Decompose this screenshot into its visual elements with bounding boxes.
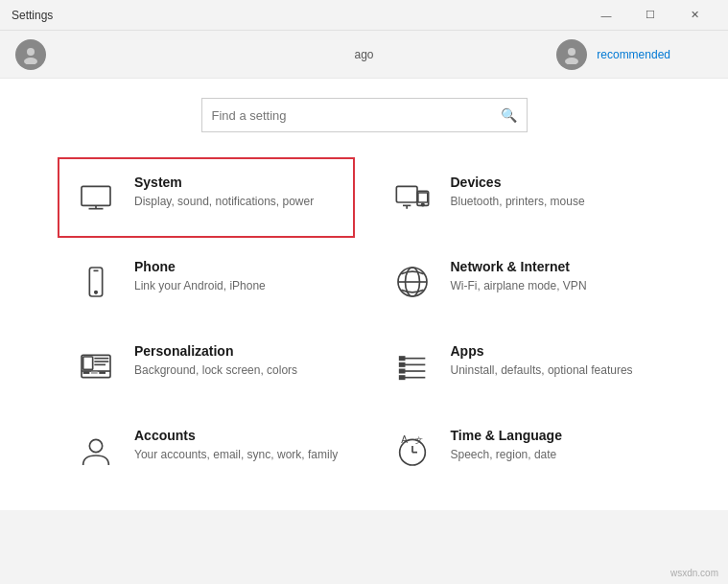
- devices-text: Devices Bluetooth, printers, mouse: [451, 175, 656, 210]
- minimize-button[interactable]: —: [584, 0, 628, 31]
- svg-point-36: [89, 439, 102, 452]
- phone-text: Phone Link your Android, iPhone: [134, 259, 340, 294]
- svg-rect-21: [83, 357, 93, 369]
- watermark: wsxdn.com: [670, 568, 718, 578]
- apps-label: Apps: [451, 343, 656, 359]
- system-icon: [73, 175, 119, 221]
- devices-desc: Bluetooth, printers, mouse: [451, 194, 656, 210]
- network-icon: [389, 259, 435, 305]
- recommended-text: recommended: [597, 48, 670, 61]
- svg-point-15: [95, 292, 98, 294]
- topbar: ago recommended: [0, 31, 728, 79]
- accounts-text: Accounts Your accounts, email, sync, wor…: [134, 428, 340, 463]
- time-text: Time & Language Speech, region, date: [451, 428, 656, 463]
- svg-rect-33: [399, 363, 404, 366]
- settings-item-system[interactable]: System Display, sound, notifications, po…: [58, 157, 355, 238]
- titlebar: Settings — ☐ ✕: [0, 0, 728, 31]
- svg-rect-35: [399, 376, 404, 379]
- devices-icon: [389, 175, 435, 221]
- topbar-time: ago: [354, 48, 373, 61]
- time-label: Time & Language: [451, 428, 656, 443]
- settings-item-devices[interactable]: Devices Bluetooth, printers, mouse: [374, 157, 671, 238]
- svg-point-0: [27, 48, 35, 56]
- settings-item-phone[interactable]: Phone Link your Android, iPhone: [58, 242, 355, 322]
- maximize-button[interactable]: ☐: [628, 0, 672, 31]
- avatar-right[interactable]: [556, 39, 587, 70]
- system-desc: Display, sound, notifications, power: [134, 194, 340, 210]
- avatar-left[interactable]: [15, 39, 46, 70]
- time-icon: A 文: [389, 428, 435, 474]
- svg-rect-11: [417, 193, 427, 202]
- apps-text: Apps Uninstall, defaults, optional featu…: [451, 343, 656, 379]
- phone-desc: Link your Android, iPhone: [134, 278, 340, 294]
- search-input[interactable]: [212, 108, 501, 123]
- search-icon: 🔍: [501, 107, 517, 123]
- titlebar-left: Settings: [12, 9, 53, 22]
- settings-item-apps[interactable]: Apps Uninstall, defaults, optional featu…: [374, 326, 671, 407]
- phone-label: Phone: [134, 259, 340, 274]
- titlebar-controls: — ☐ ✕: [584, 0, 716, 31]
- system-label: System: [134, 175, 340, 190]
- svg-text:A: A: [401, 434, 408, 445]
- personalization-text: Personalization Background, lock screen,…: [134, 343, 340, 379]
- time-desc: Speech, region, date: [451, 447, 656, 463]
- settings-item-personalization[interactable]: Personalization Background, lock screen,…: [58, 326, 355, 407]
- topbar-right: recommended: [556, 39, 670, 70]
- svg-point-3: [565, 58, 578, 64]
- accounts-desc: Your accounts, email, sync, work, family: [134, 447, 340, 463]
- personalization-label: Personalization: [134, 343, 340, 359]
- network-text: Network & Internet Wi-Fi, airplane mode,…: [451, 259, 656, 294]
- devices-label: Devices: [451, 175, 656, 190]
- svg-text:文: 文: [415, 435, 423, 445]
- system-text: System Display, sound, notifications, po…: [134, 175, 340, 210]
- settings-item-network[interactable]: Network & Internet Wi-Fi, airplane mode,…: [374, 242, 671, 322]
- svg-point-2: [568, 48, 575, 56]
- apps-icon: [389, 343, 435, 389]
- svg-point-12: [421, 203, 424, 206]
- settings-item-time[interactable]: A 文 Time & Language Speech, region, date: [374, 410, 671, 491]
- network-label: Network & Internet: [451, 259, 656, 274]
- personalization-desc: Background, lock screen, colors: [134, 362, 340, 379]
- phone-icon: [73, 259, 119, 305]
- settings-item-accounts[interactable]: Accounts Your accounts, email, sync, wor…: [58, 410, 355, 491]
- accounts-label: Accounts: [134, 428, 340, 443]
- titlebar-title: Settings: [12, 9, 53, 22]
- svg-rect-4: [82, 186, 110, 205]
- personalization-icon: [73, 343, 119, 389]
- settings-grid: System Display, sound, notifications, po…: [58, 157, 670, 491]
- svg-rect-32: [399, 357, 404, 360]
- settings-main: System Display, sound, notifications, po…: [0, 148, 728, 510]
- svg-rect-34: [399, 369, 404, 372]
- svg-point-1: [24, 58, 37, 64]
- apps-desc: Uninstall, defaults, optional features: [451, 362, 656, 379]
- search-box: 🔍: [201, 98, 528, 132]
- search-container: 🔍: [0, 79, 728, 148]
- network-desc: Wi-Fi, airplane mode, VPN: [451, 278, 656, 294]
- svg-rect-7: [396, 186, 417, 202]
- close-button[interactable]: ✕: [672, 0, 716, 31]
- accounts-icon: [73, 428, 119, 474]
